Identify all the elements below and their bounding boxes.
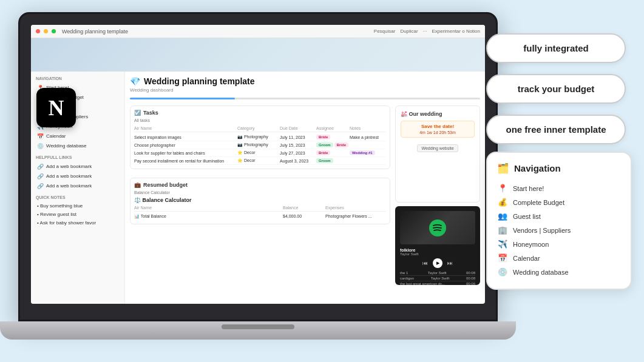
notion-logo: N [36,88,76,127]
track-1-name: the 1 [400,271,408,275]
sidebar-label-database: Wedding database [46,143,87,149]
screen-topbar: Wedding planning template Pesquisar Dupl… [31,25,485,38]
balance-calc-label: Balance Calculator [134,190,386,195]
nav-item-label-honeymoon: Honeymoon [513,241,549,248]
nav-item-label-guests: Guest list [513,213,541,220]
progress-fill [130,98,235,99]
nav-card-icon: 🗂️ [497,163,509,174]
tasks-panel: ☑️ Tasks All tasks Air Name Category Due… [130,106,390,169]
tasks-icon: ☑️ [134,110,141,116]
nav-card-item-budget[interactable]: 💰 Complete Budget [497,195,621,209]
nav-card-title: 🗂️ Navigation [497,163,621,174]
budget-panel-title: 💼 Resumed budget [134,182,386,188]
table-row: Look for supplier for tables and chairs … [134,149,386,157]
link-icon-2: 🔗 [37,173,44,179]
track-item-3: the last great american dy... 00:06 [400,281,475,285]
prev-button[interactable]: ⏮ [422,260,428,266]
sidebar-link-label-2: Add a web bookmark [46,173,92,179]
nav-card-item-honeymoon[interactable]: ✈️ Honeymoon [497,237,621,251]
table-row: Select inspiration images 📷 Photography … [134,133,386,141]
sidebar-link-label-3: Add a web bookmark [46,183,92,189]
nav-item-icon-vendors: 🏢 [497,226,508,235]
nav-card-title-text: Navigation [514,163,561,173]
budget-panel: 💼 Resumed budget Balance Calculator ⚖️ B… [130,178,390,224]
balance-calc-title: ⚖️ Balance Calculator [134,197,386,203]
nav-card-item-calendar[interactable]: 📅 Calendar [497,251,621,265]
col-category: Category [237,126,280,130]
main-right: 💒 Our wedding Save the date! 4m 1w 1d 20… [395,106,480,300]
page-title-text: Wedding planning template [144,76,255,86]
topbar-more[interactable]: ··· [423,28,427,34]
website-button[interactable]: Wedding website [417,144,458,152]
page-subtitle: Wedding dashboard [130,87,480,93]
row-4-due: August 3, 2023 [280,159,316,163]
nav-item-icon-calendar: 📅 [497,253,508,263]
nav-item-icon-start: 📍 [497,184,508,193]
nav-item-icon-honeymoon: ✈️ [497,240,508,249]
track-2-artist: Taylor Swift [431,277,450,280]
sidebar-link-1[interactable]: 🔗 Add a web bookmark [35,162,121,171]
row-1-category: 📷 Photography [237,135,280,139]
database-icon: 💿 [37,142,44,149]
topbar-notion[interactable]: Experimentar o Notion [432,28,480,34]
row-1-due: July 11, 2023 [280,135,316,139]
nav-item-icon-database: 💿 [497,267,508,277]
nav-item-label-budget: Complete Budget [513,199,564,206]
sidebar-link-3[interactable]: 🔗 Add a web bookmark [35,181,121,190]
laptop-body: Wedding planning template Pesquisar Dupl… [18,12,498,321]
progress-bar [130,98,480,99]
album-art [400,211,475,244]
wedding-panel: 💒 Our wedding Save the date! 4m 1w 1d 20… [395,106,480,203]
pill-template[interactable]: one free inner template [486,115,626,144]
budget-header: Air Name Balance Expenses [134,206,386,212]
main-columns: ☑️ Tasks All tasks Air Name Category Due… [130,106,480,300]
sidebar-links-section: Helpfull links 🔗 Add a web bookmark 🔗 Ad… [35,155,121,190]
spotify-icon [429,219,447,237]
track-info: folklore Taylor Swift [400,248,475,256]
row-1-notes: Make a pintrest [350,135,386,139]
nav-card-item-start[interactable]: 📍 Start here! [497,181,621,195]
nav-item-icon-budget: 💰 [497,198,508,207]
nav-item-label-database: Wedding database [513,269,569,276]
budget-total-row: 📊 Total Balance $4,000.00 Photographer F… [134,213,386,220]
notion-logo-letter: N [49,95,64,121]
topbar-title: Wedding planning template [62,28,370,35]
row-2-due: July 15, 2023 [280,143,316,147]
sidebar-notes-title: Quick notes [35,195,121,199]
track-3-name: the last great american dy... [400,282,445,285]
sidebar-link-2[interactable]: 🔗 Add a web bookmark [35,172,121,181]
play-button[interactable]: ▶ [433,258,442,268]
laptop-screen: Wedding planning template Pesquisar Dupl… [31,25,485,304]
nav-card-item-vendors[interactable]: 🏢 Vendors | Suppliers [497,223,621,237]
nav-card-item-database[interactable]: 💿 Wedding database [497,265,621,279]
pill-integrated[interactable]: fully integrated [486,33,626,63]
sidebar-notes-section: Quick notes • Buy something blue • Revie… [35,195,121,227]
maximize-dot [52,29,56,33]
nav-card-item-guests[interactable]: 👥 Guest list [497,209,621,223]
topbar-search[interactable]: Pesquisar [374,28,396,34]
row-1-assignee: Bride [316,135,350,139]
topbar-actions: Pesquisar Duplicar ··· Experimentar o No… [374,28,480,34]
nav-item-label-calendar: Calendar [513,255,540,262]
tasks-panel-title: ☑️ Tasks [134,110,386,116]
sidebar-note-2: • Review guest list [35,210,121,218]
topbar-duplicate[interactable]: Duplicar [400,28,418,34]
track-list: the 1 Taylor Swift 00:08 cardigan Taylor… [400,270,475,285]
wedding-title-text: Our wedding [409,111,442,117]
budget-title-text: Resumed budget [143,182,188,188]
sidebar-nav-title: Navigation [35,76,121,81]
sidebar-item-database[interactable]: 💿 Wedding database [35,141,121,150]
budget-panel-icon: 💼 [134,182,141,188]
track-item-1: the 1 Taylor Swift 00:08 [400,270,475,276]
track-1-duration: 00:08 [466,271,475,275]
pill-budget[interactable]: track your budget [486,74,626,104]
next-button[interactable]: ⏭ [447,260,453,266]
row-2-category: 📷 Photography [237,142,280,147]
col-notes: Notes [350,126,386,130]
track-2-name: cardigan [400,277,414,280]
sidebar-item-calendar[interactable]: 📅 Calendar [35,132,121,141]
budget-total-balance: $4,000.00 [283,214,325,219]
player-controls[interactable]: ⏮ ▶ ⏭ [400,258,475,268]
table-header: Air Name Category Due Date Assignee Note… [134,125,386,132]
track-2-duration: 00:08 [466,277,475,280]
